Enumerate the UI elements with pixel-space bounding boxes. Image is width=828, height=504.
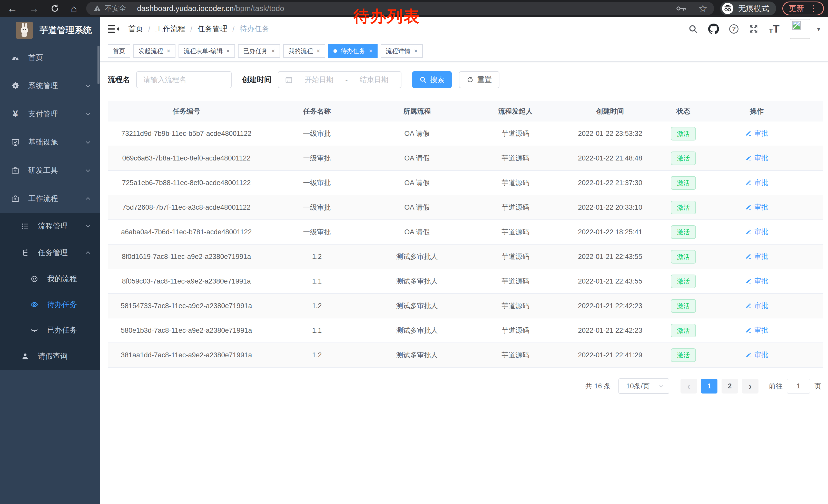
cell-starter: 芋道源码 (465, 351, 565, 360)
sidebar: 芋道管理系统 首页 系统管理 ¥ 支付管理 基础设施 (0, 17, 100, 504)
close-icon[interactable]: × (317, 47, 320, 55)
close-icon[interactable]: × (272, 47, 275, 55)
search-button[interactable]: 搜索 (412, 71, 452, 88)
sidebar-item-system[interactable]: 系统管理 (0, 72, 100, 100)
close-icon[interactable]: × (167, 47, 170, 55)
table-row: 58154733-7ac8-11ec-a9e2-a2380e71991a 1.2… (108, 294, 823, 318)
close-icon[interactable]: × (226, 47, 230, 55)
breadcrumb-workflow[interactable]: 工作流程 (156, 24, 185, 34)
date-range-picker[interactable]: 开始日期 - 结束日期 (278, 71, 402, 88)
cell-starter: 芋道源码 (465, 252, 565, 261)
approve-button[interactable]: 审批 (745, 129, 768, 138)
table-row: 580e1b3d-7ac8-11ec-a9e2-a2380e71991a 1.1… (108, 318, 823, 343)
tab-my-process[interactable]: 我的流程× (283, 44, 325, 58)
sidebar-item-infra[interactable]: 基础设施 (0, 128, 100, 156)
sidebar-item-payment[interactable]: ¥ 支付管理 (0, 100, 100, 128)
cell-status: 激活 (655, 349, 712, 362)
security-label[interactable]: 不安全 (105, 4, 126, 13)
help-icon[interactable]: ? (729, 25, 739, 34)
avatar[interactable] (790, 19, 810, 39)
approve-button[interactable]: 审批 (745, 276, 768, 286)
pen-icon (745, 130, 752, 137)
font-size-icon[interactable]: TT (769, 24, 780, 34)
table-row: 069c6a63-7b8a-11ec-8ef0-acde48001122 一级审… (108, 146, 823, 171)
cell-task-id: 069c6a63-7b8a-11ec-8ef0-acde48001122 (108, 154, 265, 162)
page-unit-label: 页 (815, 381, 821, 391)
app-logo-row[interactable]: 芋道管理系统 (0, 17, 100, 44)
github-icon[interactable] (708, 24, 719, 34)
approve-button[interactable]: 审批 (745, 202, 768, 212)
sidebar-item-todo-tasks[interactable]: 待办任务 (0, 292, 100, 317)
sidebar-item-workflow[interactable]: 工作流程 (0, 185, 100, 213)
security-warning-icon[interactable] (93, 4, 101, 12)
fullscreen-icon[interactable] (749, 24, 758, 34)
home-icon[interactable]: ⌂ (71, 3, 77, 13)
update-label[interactable]: 更新 (789, 3, 804, 14)
approve-button[interactable]: 审批 (745, 178, 768, 187)
close-icon[interactable]: × (414, 47, 418, 55)
app-title: 芋道管理系统 (40, 25, 92, 36)
approve-button[interactable]: 审批 (745, 326, 768, 335)
chevron-down-icon (85, 139, 91, 146)
page-size-select[interactable]: 10条/页 (618, 378, 669, 394)
pagination: 共 16 条 10条/页 ‹ 1 2 › 前往 1 页 (108, 378, 823, 394)
cell-process: 测试多审批人 (369, 301, 465, 311)
tab-start-process[interactable]: 发起流程× (133, 44, 175, 58)
sidebar-item-process-mgmt[interactable]: 流程管理 (0, 213, 100, 239)
reload-icon[interactable] (50, 4, 59, 13)
forward-icon[interactable]: → (29, 3, 39, 13)
breadcrumb-home[interactable]: 首页 (128, 24, 143, 34)
approve-button[interactable]: 审批 (745, 153, 768, 163)
update-button[interactable]: 更新 ⋮ (782, 2, 824, 15)
bookmark-star-icon[interactable]: ☆ (698, 3, 707, 14)
tab-done-tasks[interactable]: 已办任务× (238, 44, 280, 58)
avatar-caret-icon[interactable]: ▾ (817, 25, 820, 33)
breadcrumb-task-mgmt[interactable]: 任务管理 (198, 24, 227, 34)
browser-menu-icon[interactable]: ⋮ (809, 4, 818, 13)
chevron-down-icon (85, 167, 91, 174)
search-icon[interactable] (688, 24, 698, 34)
end-date-placeholder[interactable]: 结束日期 (354, 75, 394, 85)
cell-process: 测试多审批人 (369, 351, 465, 360)
cell-starter: 芋道源码 (465, 153, 565, 163)
cell-create-time: 2022-01-21 22:43:55 (565, 253, 655, 261)
table-row: 725a1eb6-7b88-11ec-8ef0-acde48001122 一级审… (108, 171, 823, 195)
page-button-2[interactable]: 2 (721, 379, 738, 394)
sidebar-scrollbar-thumb[interactable] (97, 46, 99, 84)
calendar-icon (285, 76, 293, 84)
next-page-button[interactable]: › (742, 379, 758, 394)
jump-page-input[interactable]: 1 (787, 379, 810, 394)
approve-button[interactable]: 审批 (745, 301, 768, 310)
back-icon[interactable]: ← (7, 3, 17, 13)
cell-starter: 芋道源码 (465, 129, 565, 138)
start-date-placeholder[interactable]: 开始日期 (299, 75, 339, 85)
hamburger-icon[interactable] (108, 24, 120, 34)
key-icon[interactable] (676, 6, 687, 11)
cell-task-id: 8f0d1619-7ac8-11ec-a9e2-a2380e71991a (108, 253, 265, 261)
prev-page-button[interactable]: ‹ (680, 379, 697, 394)
tab-todo-tasks[interactable]: 待办任务× (328, 44, 378, 58)
close-icon[interactable]: × (369, 47, 372, 55)
reset-button[interactable]: 重置 (459, 71, 499, 88)
process-name-input[interactable]: 请输入流程名 (136, 71, 232, 88)
tab-process-detail[interactable]: 流程详情× (381, 44, 423, 58)
approve-button[interactable]: 审批 (745, 350, 768, 359)
approve-button[interactable]: 审批 (745, 227, 768, 236)
sidebar-item-my-process[interactable]: 我的流程 (0, 266, 100, 292)
sidebar-item-home[interactable]: 首页 (0, 44, 100, 72)
status-badge: 激活 (671, 176, 696, 190)
browser-nav-icons: ← → ⌂ (0, 3, 86, 13)
pen-icon (745, 228, 752, 235)
approve-button[interactable]: 审批 (745, 252, 768, 261)
sidebar-item-task-mgmt[interactable]: 任务管理 (0, 239, 100, 266)
sidebar-item-leave-query[interactable]: 请假查询 (0, 343, 100, 370)
tab-form-edit[interactable]: 流程表单-编辑× (178, 44, 235, 58)
page-button-1[interactable]: 1 (701, 379, 717, 394)
col-process: 所属流程 (369, 107, 465, 116)
sidebar-item-devtools[interactable]: 研发工具 (0, 156, 100, 185)
cell-task-id: 580e1b3d-7ac8-11ec-a9e2-a2380e71991a (108, 327, 265, 334)
gear-icon (10, 82, 21, 90)
cell-task-name: 一级审批 (265, 178, 369, 187)
tab-home[interactable]: 首页 (108, 44, 130, 58)
sidebar-item-done-tasks[interactable]: 已办任务 (0, 317, 100, 343)
